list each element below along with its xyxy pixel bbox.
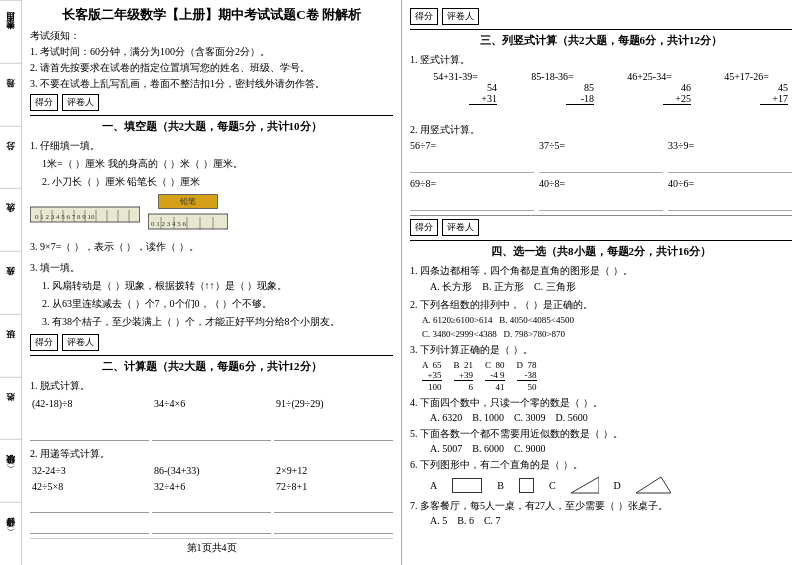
vc3-work: 46 +25 — [604, 82, 695, 116]
right-panel: 得分 评卷人 三、列竖式计算（共2大题，每题6分，共计12分） 1. 竖式计算。… — [402, 0, 800, 565]
vc2-result — [566, 104, 594, 116]
section3-header: 三、列竖式计算（共2大题，每题6分，共计12分） — [410, 29, 792, 48]
vc1-result — [469, 104, 497, 116]
instruction-2: 2. 请首先按要求在试卷的指定位置填写您的姓名、班级、学号。 — [30, 60, 393, 75]
vca-label: A 65 — [422, 360, 442, 370]
vc4-expr: 45+17-26= — [701, 71, 792, 82]
s4-q1: 1. 四条边都相等，四个角都是直角的图形是（ ）。 — [410, 262, 792, 279]
section1-header: 一、填空题（共2大题，每题5分，共计10分） — [30, 115, 393, 134]
vc4-result — [760, 104, 788, 116]
pencil-box: 铅笔 — [158, 194, 218, 209]
shape-d-label: D — [614, 480, 621, 491]
instruction-3: 3. 不要在试卷上乱写乱画，卷面不整洁扣1分，密封线外请勿作答。 — [30, 76, 393, 91]
content-area: 长客版二年级数学【上册】期中考试试题C卷 附解析 考试须知： 1. 考试时间：6… — [22, 0, 800, 565]
pencil-area: 铅笔 0 1 2 3 4 5 6 — [148, 194, 228, 234]
left-sidebar: 微塑★自用题 题号 总分 统分人 核分人 班级 姓名 学校（班级） 步骤（得分） — [0, 0, 22, 565]
left-panel: 长客版二年级数学【上册】期中考试试题C卷 附解析 考试须知： 1. 考试时间：6… — [22, 0, 402, 565]
section3-score: 得分 评卷人 — [410, 8, 792, 25]
main-content: 长客版二年级数学【上册】期中考试试题C卷 附解析 考试须知： 1. 考试时间：6… — [22, 0, 800, 565]
vcalc1: 54+31-39= 54 +31 — [410, 71, 501, 116]
calc2-3: 2×9+12 — [274, 464, 393, 477]
opt-5a: A. 5007 — [430, 443, 462, 454]
opt-1a: A. 长方形 — [430, 280, 472, 294]
label-weisu: 微塑★自用题 — [0, 0, 21, 63]
svg-marker-22 — [571, 477, 599, 493]
paper-title: 长客版二年级数学【上册】期中考试试题C卷 附解析 — [30, 6, 393, 24]
s4-q2: 2. 下列各组数的排列中，（ ）是正确的。 — [410, 296, 792, 313]
opt-2b: B. 4050<4085<4500 — [499, 315, 574, 325]
label-heifen: 核分人 — [0, 251, 21, 314]
svg-text:0  1  2  3  4  5  6: 0 1 2 3 4 5 6 — [151, 220, 187, 228]
pencil-label: 铅笔 — [180, 196, 196, 207]
vc1-work: 54 +31 — [410, 82, 501, 116]
vcd-add: -38 — [517, 370, 537, 380]
vcc-label: C 80 — [485, 360, 505, 370]
vc9: 40÷8= — [539, 178, 663, 211]
section2-score: 得分 评卷人 — [30, 334, 393, 351]
reviewer-label-4: 评卷人 — [442, 219, 479, 236]
wsl3 — [274, 495, 393, 513]
svg-marker-23 — [636, 477, 671, 493]
instructions-title: 考试须知： — [30, 28, 393, 43]
label-tihao: 题号 — [0, 63, 21, 126]
calc2-5: 32÷4+6 — [152, 480, 271, 493]
reviewer-label-1: 评卷人 — [62, 94, 99, 111]
wsl6 — [274, 516, 393, 534]
opt-5b: B. 6000 — [472, 443, 504, 454]
q3-c: 3. 有38个桔子，至少装满上（ ）个，才能正好平均分给8个小朋友。 — [42, 313, 393, 330]
wsl1 — [30, 495, 149, 513]
s3-q2-title: 2. 用竖式计算。 — [410, 121, 792, 138]
vc7: 33÷9= — [668, 140, 792, 173]
vc1-op: +31 — [481, 93, 497, 104]
instructions: 考试须知： 1. 考试时间：60分钟，满分为100分（含客面分2分）。 2. 请… — [30, 28, 393, 91]
shape-b-label: B — [497, 480, 504, 491]
vcalc4: 45+17-26= 45 +17 — [701, 71, 792, 116]
shape-b — [519, 478, 534, 493]
label-banji: 班级 — [0, 314, 21, 377]
opt-4a: A. 6320 — [430, 412, 462, 423]
section3-q1: 1. 竖式计算。 54+31-39= 54 +31 85-18 — [410, 51, 792, 116]
s4-q3: 3. 下列计算正确的是（ ）。 — [410, 341, 792, 358]
vcalc2: 85-18-36= 85 -18 — [507, 71, 598, 116]
vcb-add: +39 — [454, 370, 474, 380]
vc5-work — [410, 151, 534, 173]
s4-q4-opts: A. 6320 B. 1000 C. 3009 D. 5600 — [430, 412, 792, 423]
opt-7b: B. 6 — [457, 515, 474, 526]
opt-5c: C. 9000 — [514, 443, 546, 454]
opt-2a: A. 6120≥6100>614 — [422, 315, 493, 325]
section2-header: 二、计算题（共2大题，每题6分，共计12分） — [30, 355, 393, 374]
vc1-expr: 54+31-39= — [410, 71, 501, 82]
s2-q1-title: 1. 脱式计算。 — [30, 377, 393, 394]
section4-questions: 1. 四条边都相等，四个角都是直角的图形是（ ）。 A. 长方形 B. 正方形 … — [410, 262, 792, 526]
rulers-area: 0 1 2 3 4 5 6 7 8 9 10 — [30, 194, 393, 234]
calc2-6: 72÷8+1 — [274, 480, 393, 493]
vc7-expr: 33÷9= — [668, 140, 792, 151]
wsl2 — [152, 495, 271, 513]
vc3-op: +25 — [675, 93, 691, 104]
section4-score: 得分 评卷人 — [410, 219, 792, 236]
vcc-add: -4 9 — [485, 370, 505, 380]
calc2-2: 86-(34+33) — [152, 464, 271, 477]
calcs-grid: (42-18)÷8 34÷4×6 91÷(29÷29) — [30, 397, 393, 410]
opt-7a: A. 5 — [430, 515, 447, 526]
vc6: 37÷5= — [539, 140, 663, 173]
calcs2-grid: 32-24÷3 86-(34+33) 2×9+12 42÷5×8 32÷4+6 … — [30, 464, 393, 493]
q1-title: 1. 仔细填一填。 — [30, 137, 393, 154]
vc3-expr: 46+25-34= — [604, 71, 695, 82]
ruler1-svg: 0 1 2 3 4 5 6 7 8 9 10 — [30, 202, 140, 227]
vc1-n1: 54 — [487, 82, 497, 93]
vca-result: 100 — [422, 380, 442, 392]
opt-1c: C. 三角形 — [534, 280, 576, 294]
reviewer-label-2: 评卷人 — [62, 334, 99, 351]
s4-q3-vcalcs: A 65 +35 100 B 21 +39 6 C 80 -4 9 — [422, 360, 792, 392]
vc3-n1: 46 — [681, 82, 691, 93]
reviewer-label-3: 评卷人 — [442, 8, 479, 25]
calc-3: 91÷(29÷29) — [274, 397, 393, 410]
vc10-expr: 40÷6= — [668, 178, 792, 189]
vchoice-A: A 65 +35 100 — [422, 360, 442, 392]
score-label-4: 得分 — [410, 219, 438, 236]
s4-q7-opts: A. 5 B. 6 C. 7 — [430, 515, 792, 526]
section1-score: 得分 评卷人 — [30, 94, 393, 111]
label-tongfen: 统分人 — [0, 188, 21, 251]
q2-title: 3. 9×7=（ ），表示（ ），读作（ ）。 — [30, 238, 393, 255]
